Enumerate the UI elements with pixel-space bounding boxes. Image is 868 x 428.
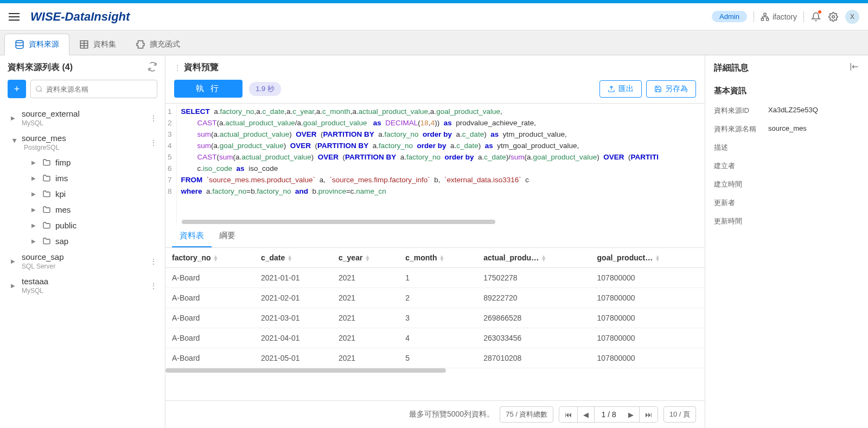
tab-schema[interactable]: 綱要	[212, 225, 243, 247]
drag-handle-icon[interactable]: ⋮	[174, 64, 180, 72]
column-header[interactable]: c_year▲▼	[332, 248, 399, 268]
more-icon[interactable]: ⋮	[148, 279, 159, 292]
sort-icon[interactable]: ▲▼	[541, 255, 546, 261]
more-icon[interactable]: ⋮	[148, 255, 159, 268]
source-type: MySQL	[22, 287, 148, 295]
table-row[interactable]: A-Board2021-05-0120215287010208107800000	[165, 348, 705, 368]
cell: 4	[399, 328, 477, 348]
more-icon[interactable]: ⋮	[148, 136, 159, 149]
schema-item[interactable]: ▶ mes	[0, 202, 165, 218]
cell: 2021-02-01	[254, 288, 332, 308]
caret-icon[interactable]: ▶	[31, 191, 39, 197]
schema-item[interactable]: ▶ public	[0, 218, 165, 233]
tenant-selector[interactable]: ifactory	[761, 12, 797, 21]
expand-panel-icon[interactable]	[850, 62, 859, 74]
cell: 263033456	[477, 328, 590, 348]
column-header[interactable]: goal_product…▲▼	[591, 248, 705, 268]
hamburger-menu-icon[interactable]	[9, 10, 22, 23]
source-item[interactable]: ▶ source_external MySQL ⋮	[0, 106, 165, 130]
column-header[interactable]: actual_produ…▲▼	[477, 248, 590, 268]
cell: 107800000	[591, 288, 705, 308]
table-scrollbar[interactable]	[165, 368, 705, 374]
info-row: 更新時間	[705, 212, 868, 231]
pager-prev-button[interactable]: ◀	[578, 407, 595, 422]
caret-icon[interactable]: ▶	[11, 258, 18, 264]
cell: 2021-04-01	[254, 328, 332, 348]
schema-item[interactable]: ▶ kpi	[0, 186, 165, 202]
sql-editor[interactable]: 12345678 SELECT a.factory_no,a.c_date,a.…	[165, 103, 705, 225]
schema-name: public	[55, 221, 76, 230]
source-item[interactable]: ▶ source_sap SQL Server ⋮	[0, 249, 165, 273]
editor-scrollbar[interactable]	[182, 219, 705, 225]
notifications-icon[interactable]	[810, 11, 821, 22]
search-input-wrap[interactable]	[30, 80, 157, 98]
table-row[interactable]: A-Board2021-01-012021117502278107800000	[165, 268, 705, 288]
admin-badge[interactable]: Admin	[712, 11, 747, 22]
folder-icon	[42, 190, 51, 199]
schema-item[interactable]: ▶ sap	[0, 233, 165, 249]
caret-icon[interactable]: ▶	[31, 159, 39, 165]
tab-dataset[interactable]: 資料集	[69, 34, 126, 55]
add-source-button[interactable]: +	[8, 80, 26, 98]
source-item[interactable]: ▶ source_mes PostgreSQL ⋮	[0, 130, 165, 155]
info-value: source_mes	[768, 124, 807, 134]
pager-next-button[interactable]: ▶	[623, 407, 640, 422]
caret-icon[interactable]: ▶	[31, 175, 39, 181]
table-row[interactable]: A-Board2021-04-0120214263033456107800000	[165, 328, 705, 348]
more-icon[interactable]: ⋮	[148, 112, 159, 125]
caret-icon[interactable]: ▶	[11, 115, 18, 121]
puzzle-icon	[136, 40, 145, 49]
info-row: 建立者	[705, 157, 868, 175]
section-basic-info: 基本資訊	[705, 80, 868, 101]
sort-icon[interactable]: ▲▼	[439, 255, 445, 261]
pager-size[interactable]: 10 / 頁	[663, 406, 696, 423]
schema-item[interactable]: ▶ fimp	[0, 155, 165, 170]
folder-icon	[42, 158, 51, 167]
source-item[interactable]: ▶ testaaa MySQL ⋮	[0, 273, 165, 298]
source-type: MySQL	[22, 119, 148, 127]
caret-icon[interactable]: ▶	[12, 139, 18, 146]
sort-icon[interactable]: ▲▼	[287, 255, 292, 261]
cell: 2021-03-01	[254, 308, 332, 328]
pager-last-button[interactable]: ⏭	[640, 407, 658, 422]
column-header[interactable]: c_month▲▼	[399, 248, 477, 268]
column-header[interactable]: c_date▲▼	[254, 248, 332, 268]
info-label: 更新者	[714, 198, 768, 208]
cell: 107800000	[591, 348, 705, 368]
tab-datasource[interactable]: 資料來源	[4, 34, 69, 55]
info-row: 描述	[705, 138, 868, 157]
sort-icon[interactable]: ▲▼	[655, 255, 660, 261]
source-type: SQL Server	[22, 263, 148, 270]
column-header[interactable]: factory_no▲▼	[165, 248, 254, 268]
source-name: source_external	[22, 109, 148, 118]
cell: A-Board	[165, 288, 254, 308]
caret-icon[interactable]: ▶	[31, 238, 39, 244]
table-row[interactable]: A-Board2021-02-012021289222720107800000	[165, 288, 705, 308]
schema-name: fimp	[55, 158, 71, 167]
pager-first-button[interactable]: ⏮	[559, 407, 578, 422]
cell: A-Board	[165, 348, 254, 368]
sort-icon[interactable]: ▲▼	[213, 255, 219, 261]
tab-data-table[interactable]: 資料表	[172, 225, 212, 247]
caret-icon[interactable]: ▶	[31, 207, 39, 213]
schema-name: mes	[55, 205, 71, 214]
caret-icon[interactable]: ▶	[31, 222, 39, 228]
search-input[interactable]	[46, 85, 152, 93]
settings-icon[interactable]	[828, 11, 839, 22]
cell: 2021	[332, 288, 399, 308]
user-avatar[interactable]: X	[845, 10, 859, 24]
schema-name: ims	[55, 174, 68, 183]
table-row[interactable]: A-Board2021-03-0120213269866528107800000	[165, 308, 705, 328]
schema-item[interactable]: ▶ ims	[0, 170, 165, 186]
export-button[interactable]: 匯出	[599, 80, 642, 98]
sql-code[interactable]: SELECT a.factory_no,a.c_date,a.c_year,a.…	[177, 104, 663, 225]
cell: 17502278	[477, 268, 590, 288]
saveas-button[interactable]: 另存為	[646, 80, 696, 98]
sort-icon[interactable]: ▲▼	[365, 255, 370, 261]
run-button[interactable]: 執 行	[174, 80, 242, 98]
tab-extension[interactable]: 擴充函式	[126, 34, 190, 55]
info-row: 建立時間	[705, 175, 868, 194]
refresh-icon[interactable]	[148, 62, 157, 73]
info-label: 資料來源ID	[714, 106, 768, 116]
caret-icon[interactable]: ▶	[11, 283, 18, 289]
